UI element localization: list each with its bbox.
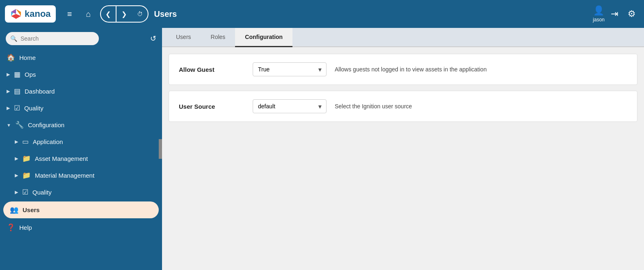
quality-icon: ☑: [14, 104, 20, 112]
sidebar-item-quality-label: Quality: [24, 105, 43, 112]
sidebar-item-dashboard[interactable]: ▶ ▤ Dashboard: [0, 83, 162, 100]
sidebar-item-application-label: Application: [33, 138, 63, 145]
header-right: 👤 jason ⇥ ⚙: [593, 5, 639, 23]
sidebar: 🔍 ↺ 🏠 Home ▶ ▦ Ops ▶ ▤ Dashboard ▶ ☑ Qua…: [0, 28, 162, 270]
ops-icon: ▦: [14, 70, 21, 79]
home-icon: 🏠: [7, 53, 15, 62]
material-mgmt-icon: 📁: [22, 171, 31, 180]
sidebar-item-asset-management-label: Asset Management: [35, 155, 88, 162]
content-area: Users Roles Configuration Allow Guest Tr…: [162, 28, 644, 270]
sidebar-item-material-management[interactable]: ▶ 📁 Material Management: [0, 167, 162, 184]
dashboard-icon: ▤: [14, 87, 21, 96]
main-layout: 🔍 ↺ 🏠 Home ▶ ▦ Ops ▶ ▤ Dashboard ▶ ☑ Qua…: [0, 28, 644, 270]
kanoa-logo-icon: [10, 8, 22, 20]
menu-button[interactable]: ≡: [62, 7, 77, 21]
allow-guest-select[interactable]: True False: [253, 62, 327, 76]
users-icon: 👥: [10, 206, 18, 214]
sidebar-item-users-label: Users: [23, 206, 40, 213]
allow-guest-description: Allows guests not logged in to view asse…: [335, 66, 486, 73]
content-panel: Allow Guest True False Allows guests not…: [162, 47, 644, 270]
sidebar-collapse-button[interactable]: ❮: [159, 139, 162, 159]
quality2-arrow-icon: ▶: [15, 190, 18, 195]
search-bar: 🔍 ↺: [0, 28, 162, 49]
user-source-select-wrap: default: [253, 99, 327, 113]
quality2-icon: ☑: [22, 188, 28, 197]
search-input[interactable]: [6, 32, 99, 45]
tab-configuration[interactable]: Configuration: [235, 28, 292, 47]
ops-arrow-icon: ▶: [7, 72, 10, 77]
sidebar-item-configuration[interactable]: ▼ 🔧 Configuration: [0, 117, 162, 133]
user-source-label: User Source: [179, 103, 244, 110]
application-icon: ▭: [22, 137, 29, 146]
nav-forward-button[interactable]: ❯: [116, 6, 132, 22]
refresh-icon[interactable]: ↺: [150, 34, 156, 43]
sidebar-item-users[interactable]: 👥 Users: [3, 201, 159, 218]
sidebar-item-home-label: Home: [19, 54, 36, 61]
tab-users[interactable]: Users: [166, 28, 201, 47]
user-source-select[interactable]: default: [253, 99, 327, 113]
asset-mgmt-icon: 📁: [22, 154, 31, 163]
dashboard-arrow-icon: ▶: [7, 89, 10, 94]
sidebar-item-asset-management[interactable]: ▶ 📁 Asset Management: [0, 150, 162, 167]
settings-button[interactable]: ⚙: [624, 7, 639, 21]
header: kanoa ≡ ⌂ ❮ ❯ ⏱ Users 👤 jason ⇥ ⚙: [0, 0, 644, 28]
logo-text: kanoa: [25, 9, 51, 19]
configuration-icon: 🔧: [15, 121, 24, 129]
sidebar-item-configuration-label: Configuration: [28, 121, 64, 128]
sidebar-item-quality2[interactable]: ▶ ☑ Quality: [0, 184, 162, 201]
page-title: Users: [154, 9, 177, 19]
sidebar-item-quality2-label: Quality: [32, 189, 52, 196]
allow-guest-select-wrap: True False: [253, 62, 327, 76]
quality-arrow-icon: ▶: [7, 105, 10, 111]
logout-button[interactable]: ⇥: [607, 7, 622, 21]
configuration-arrow-icon: ▼: [7, 123, 11, 128]
allow-guest-label: Allow Guest: [179, 66, 244, 73]
application-arrow-icon: ▶: [15, 139, 18, 144]
user-source-card: User Source default Select the Ignition …: [169, 91, 637, 122]
nav-history-button[interactable]: ⏱: [132, 6, 148, 22]
sidebar-item-help[interactable]: ❓ Help: [0, 219, 162, 236]
sidebar-item-ops-label: Ops: [25, 71, 36, 78]
help-icon: ❓: [7, 223, 15, 232]
material-mgmt-arrow-icon: ▶: [15, 173, 18, 178]
home-button[interactable]: ⌂: [81, 7, 96, 21]
sidebar-item-application[interactable]: ▶ ▭ Application: [0, 133, 162, 150]
user-area: 👤 jason: [593, 5, 605, 23]
sidebar-item-help-label: Help: [19, 224, 32, 231]
search-icon: 🔍: [10, 35, 17, 42]
sidebar-item-quality[interactable]: ▶ ☑ Quality: [0, 100, 162, 117]
tabs-bar: Users Roles Configuration: [162, 28, 644, 47]
tab-roles[interactable]: Roles: [201, 28, 235, 47]
nav-history-group: ❮ ❯ ⏱: [100, 5, 148, 23]
logo[interactable]: kanoa: [5, 5, 56, 23]
user-source-description: Select the Ignition user source: [335, 103, 412, 110]
sidebar-item-dashboard-label: Dashboard: [25, 88, 55, 95]
search-wrap: 🔍: [6, 32, 147, 45]
sidebar-item-home[interactable]: 🏠 Home: [0, 49, 162, 66]
sidebar-item-material-management-label: Material Management: [35, 172, 94, 179]
asset-mgmt-arrow-icon: ▶: [15, 156, 18, 161]
svg-marker-2: [11, 14, 21, 19]
sidebar-item-ops[interactable]: ▶ ▦ Ops: [0, 66, 162, 83]
allow-guest-card: Allow Guest True False Allows guests not…: [169, 54, 637, 85]
username-label: jason: [593, 17, 605, 23]
nav-back-button[interactable]: ❮: [101, 6, 116, 22]
